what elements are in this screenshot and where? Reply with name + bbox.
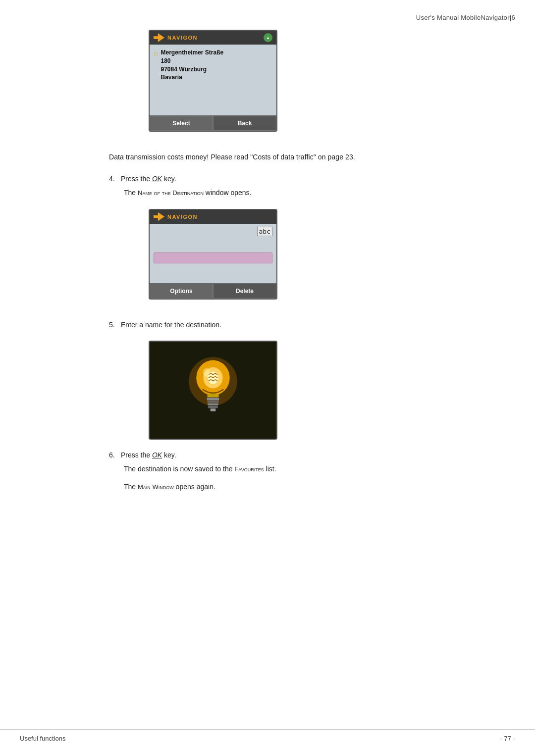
step4-sub-prefix: The bbox=[124, 189, 138, 197]
section-screen2: NAVIGON abc Options Delete bbox=[109, 209, 505, 309]
step4-sub-suffix: window opens. bbox=[204, 189, 252, 197]
main-content: NAVIGON ⌂ Mergentheimer Straße 180 97084… bbox=[109, 30, 505, 716]
para1-text: Data transmission costs money! Please re… bbox=[109, 151, 505, 163]
nav-logo-1: NAVIGON bbox=[154, 33, 198, 42]
step6-sub2-prefix: The bbox=[124, 483, 138, 491]
footer-right: - 77 - bbox=[500, 735, 515, 742]
options-button[interactable]: Options bbox=[150, 284, 213, 299]
step6-text: Press the bbox=[121, 451, 152, 459]
home-icon: ⌂ bbox=[154, 49, 158, 57]
section-step6: 6. Press the OK key. The destination is … bbox=[109, 450, 505, 493]
device-screen-2: NAVIGON abc Options Delete bbox=[149, 209, 277, 300]
svg-rect-6 bbox=[207, 401, 218, 403]
nav-address-text: Mergentheimer Straße 180 97084 Würzburg … bbox=[160, 49, 223, 82]
nav-header-2: NAVIGON bbox=[150, 210, 276, 224]
abc-label: abc bbox=[257, 227, 272, 236]
back-button[interactable]: Back bbox=[213, 116, 276, 131]
step6-sub1-suffix: list. bbox=[264, 465, 276, 473]
step6-line: 6. Press the OK key. bbox=[109, 450, 505, 461]
step4-num: 4. bbox=[109, 173, 119, 185]
step4-sub-smallcaps: Name of the Destination bbox=[138, 189, 204, 197]
step4-key: OK bbox=[152, 175, 162, 183]
svg-rect-7 bbox=[208, 403, 218, 405]
page-header: User's Manual MobileNavigator|6 bbox=[416, 14, 515, 21]
step6-sub2-suffix: opens again. bbox=[174, 483, 215, 491]
nav-logo-text-1: NAVIGON bbox=[167, 35, 198, 41]
lightbulb-image bbox=[149, 341, 277, 440]
step6-sub1-prefix: The destination is now saved to the bbox=[124, 465, 234, 473]
nav-footer-2: Options Delete bbox=[150, 283, 276, 299]
nav-arrow-icon bbox=[154, 33, 164, 42]
step6-sub1: The destination is now saved to the Favo… bbox=[109, 463, 505, 475]
section-screen1: NAVIGON ⌂ Mergentheimer Straße 180 97084… bbox=[109, 30, 505, 142]
address-line4: Bavaria bbox=[160, 73, 223, 82]
address-line2: 180 bbox=[160, 57, 223, 65]
lightbulb-svg bbox=[183, 351, 243, 430]
nav-header-1: NAVIGON bbox=[150, 31, 276, 45]
nav-content-2: abc bbox=[150, 224, 276, 283]
step6-num: 6. bbox=[109, 450, 119, 461]
address-line3: 97084 Würzburg bbox=[160, 65, 223, 74]
step4-text: Press the bbox=[121, 175, 152, 183]
section-step5: 5. Enter a name for the destination. bbox=[109, 319, 505, 331]
device-screen-1: NAVIGON ⌂ Mergentheimer Straße 180 97084… bbox=[149, 30, 277, 132]
svg-rect-4 bbox=[207, 394, 218, 397]
step4-sub: The Name of the Destination window opens… bbox=[109, 187, 505, 199]
nav-content-1: ⌂ Mergentheimer Straße 180 97084 Würzbur… bbox=[150, 45, 276, 115]
step6-sub2: The Main Window opens again. bbox=[109, 481, 505, 493]
name-input-bar[interactable] bbox=[154, 252, 272, 263]
nav-arrow-icon-2 bbox=[154, 212, 164, 221]
step4-after: key. bbox=[162, 175, 176, 183]
svg-rect-5 bbox=[207, 398, 219, 400]
svg-rect-8 bbox=[208, 406, 218, 408]
header-text: User's Manual MobileNavigator|6 bbox=[416, 14, 515, 21]
section-lightbulb bbox=[109, 341, 505, 440]
step5-line: 5. Enter a name for the destination. bbox=[109, 319, 505, 331]
svg-rect-9 bbox=[211, 409, 216, 411]
step6-sub1-smallcaps: Favourites bbox=[234, 465, 264, 473]
select-button[interactable]: Select bbox=[150, 116, 213, 131]
nav-empty-area-1 bbox=[154, 82, 272, 111]
step4-line: 4. Press the OK key. bbox=[109, 173, 505, 185]
step5-text: Enter a name for the destination. bbox=[121, 321, 221, 329]
address-line1: Mergentheimer Straße bbox=[160, 49, 223, 57]
page-footer: Useful functions - 77 - bbox=[0, 729, 535, 742]
nav-logo-2: NAVIGON bbox=[154, 212, 198, 221]
delete-button[interactable]: Delete bbox=[213, 284, 276, 299]
step6-key: OK bbox=[152, 451, 162, 459]
footer-left: Useful functions bbox=[20, 735, 66, 742]
section-step4: 4. Press the OK key. The Name of the Des… bbox=[109, 173, 505, 199]
step5-num: 5. bbox=[109, 319, 119, 331]
svg-point-10 bbox=[203, 368, 210, 377]
section-para1: Data transmission costs money! Please re… bbox=[109, 151, 505, 163]
nav-address-row: ⌂ Mergentheimer Straße 180 97084 Würzbur… bbox=[154, 49, 272, 82]
step6-after: key. bbox=[162, 451, 176, 459]
nav-signal-icon bbox=[264, 33, 272, 42]
step6-sub2-smallcaps: Main Window bbox=[138, 483, 174, 491]
nav-logo-text-2: NAVIGON bbox=[167, 214, 198, 220]
nav-footer-1: Select Back bbox=[150, 115, 276, 131]
